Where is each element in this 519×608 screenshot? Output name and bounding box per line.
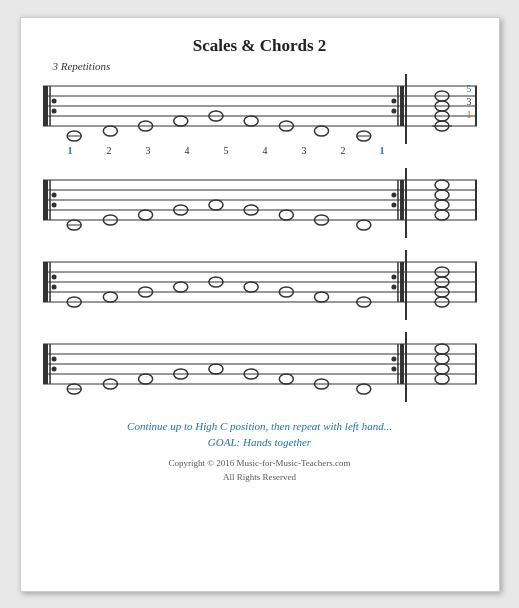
svg-point-134 xyxy=(435,354,449,364)
goal-line2: GOAL: Hands together xyxy=(127,436,392,448)
svg-point-91 xyxy=(314,292,328,302)
svg-point-69 xyxy=(435,210,449,220)
svg-point-80 xyxy=(391,274,396,279)
svg-point-112 xyxy=(51,366,56,371)
staff-wrapper-1: 5 3 1 xyxy=(43,74,477,144)
staff-main-1 xyxy=(43,74,407,144)
staff-row-2 xyxy=(43,168,477,238)
svg-point-89 xyxy=(244,282,258,292)
svg-point-120 xyxy=(138,374,152,384)
page: Scales & Chords 2 3 Repetitions xyxy=(20,17,500,592)
scale-numbers-row1: 1 2 3 4 5 4 3 2 1 xyxy=(43,145,477,156)
scale-num-5a: 5 xyxy=(224,145,229,156)
staff-row-1: 5 3 1 1 2 3 4 5 4 3 2 1 xyxy=(43,74,477,156)
staff-svg-2 xyxy=(43,168,405,238)
svg-point-18 xyxy=(173,116,187,126)
svg-point-122 xyxy=(208,364,222,374)
svg-point-68 xyxy=(435,200,449,210)
staff-main-3 xyxy=(43,250,407,320)
svg-point-85 xyxy=(103,292,117,302)
svg-point-57 xyxy=(279,210,293,220)
chord-num-5: 5 xyxy=(467,82,472,95)
scale-num-2a: 2 xyxy=(107,145,112,156)
scale-num-3b: 3 xyxy=(302,145,307,156)
scale-num-1a: 1 xyxy=(68,145,73,156)
svg-point-113 xyxy=(391,356,396,361)
copyright-section: Copyright © 2016 Music-for-Music-Teacher… xyxy=(169,454,351,482)
svg-point-126 xyxy=(356,384,370,394)
svg-point-46 xyxy=(391,192,396,197)
svg-point-114 xyxy=(391,366,396,371)
svg-point-67 xyxy=(435,190,449,200)
staff-row-3 xyxy=(43,250,477,320)
svg-point-66 xyxy=(435,180,449,190)
copyright-line2: All Rights Reserved xyxy=(169,472,351,482)
copyright-line1: Copyright © 2016 Music-for-Music-Teacher… xyxy=(169,458,351,468)
staff-svg-1 xyxy=(43,74,405,144)
goal-section: Continue up to High C position, then rep… xyxy=(127,416,392,448)
staff-main-2 xyxy=(43,168,407,238)
staff-chord-2 xyxy=(407,168,477,238)
svg-point-124 xyxy=(279,374,293,384)
scale-num-2b: 2 xyxy=(341,145,346,156)
repetitions-label: 3 Repetitions xyxy=(53,60,111,72)
svg-point-45 xyxy=(51,202,56,207)
svg-point-136 xyxy=(435,374,449,384)
chord-num-1: 1 xyxy=(467,108,472,121)
svg-point-16 xyxy=(103,126,117,136)
svg-point-47 xyxy=(391,202,396,207)
svg-point-20 xyxy=(244,116,258,126)
svg-point-79 xyxy=(51,284,56,289)
staff-chord-4 xyxy=(407,332,477,402)
svg-point-78 xyxy=(51,274,56,279)
scale-num-4b: 4 xyxy=(263,145,268,156)
svg-point-59 xyxy=(356,220,370,230)
chord-svg-4 xyxy=(407,332,477,402)
staff-chord-1: 5 3 1 xyxy=(407,74,477,144)
svg-point-11 xyxy=(391,108,396,113)
scale-num-3a: 3 xyxy=(146,145,151,156)
svg-point-81 xyxy=(391,284,396,289)
chord-svg-3 xyxy=(407,250,477,320)
staff-row-4 xyxy=(43,332,477,402)
svg-point-22 xyxy=(314,126,328,136)
staff-wrapper-2 xyxy=(43,168,477,238)
chord-svg-2 xyxy=(407,168,477,238)
svg-point-8 xyxy=(51,98,56,103)
staff-chord-3 xyxy=(407,250,477,320)
staff-svg-4 xyxy=(43,332,405,402)
scale-num-1b: 1 xyxy=(380,145,385,156)
svg-point-87 xyxy=(173,282,187,292)
staff-svg-3 xyxy=(43,250,405,320)
staff-wrapper-3 xyxy=(43,250,477,320)
page-title: Scales & Chords 2 xyxy=(193,36,327,56)
svg-point-111 xyxy=(51,356,56,361)
svg-point-10 xyxy=(391,98,396,103)
svg-point-135 xyxy=(435,364,449,374)
chord-num-3: 3 xyxy=(467,95,472,108)
svg-point-55 xyxy=(208,200,222,210)
svg-point-44 xyxy=(51,192,56,197)
goal-line1: Continue up to High C position, then rep… xyxy=(127,420,392,432)
svg-point-133 xyxy=(435,344,449,354)
svg-point-53 xyxy=(138,210,152,220)
svg-point-9 xyxy=(51,108,56,113)
scale-num-4a: 4 xyxy=(185,145,190,156)
staff-main-4 xyxy=(43,332,407,402)
staff-wrapper-4 xyxy=(43,332,477,402)
